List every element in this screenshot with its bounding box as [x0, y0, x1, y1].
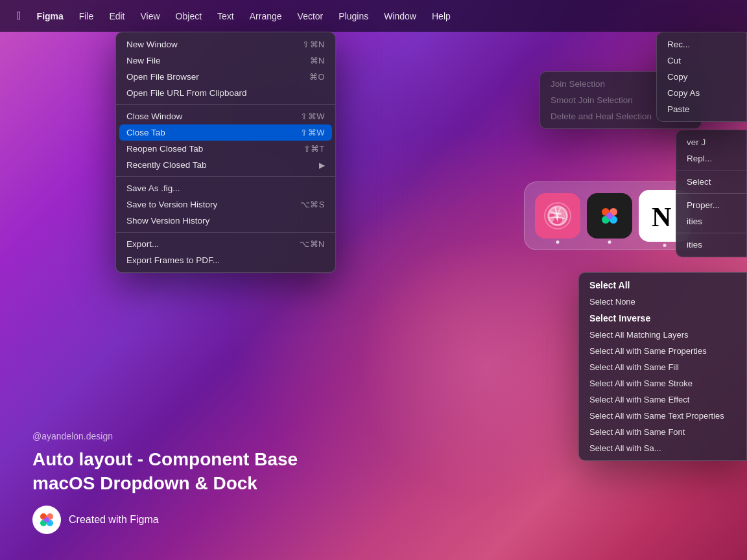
select-none-label: Select None	[589, 297, 635, 307]
select-menu-inverse[interactable]: Select Inverse	[579, 310, 746, 327]
menu-new-window-label: New Window	[126, 40, 178, 49]
select-same-font-label: Select All with Same Font	[589, 427, 685, 437]
menubar-object[interactable]: Object	[169, 8, 208, 24]
menu-show-version[interactable]: Show Version History	[116, 213, 335, 229]
menubar-view[interactable]: View	[134, 8, 167, 24]
select-inverse-label: Select Inverse	[589, 313, 650, 323]
apple-menu[interactable]: 	[10, 6, 28, 25]
dock-notion-dot	[663, 244, 667, 247]
right-properties[interactable]: Proper...	[676, 197, 746, 213]
menu-open-file-browser-label: Open File Browser	[126, 72, 199, 82]
select-same-props-label: Select All with Same Properties	[589, 346, 707, 356]
menu-reopen-closed-tab-label: Reopen Closed Tab	[126, 144, 203, 154]
right-menu-copy-label: Copy	[667, 72, 688, 82]
svg-point-14	[44, 517, 49, 522]
select-same-fill-label: Select All with Same Fill	[589, 362, 679, 372]
menubar:  Figma File Edit View Object Text Arran…	[0, 0, 747, 32]
menubar-plugins[interactable]: Plugins	[332, 8, 375, 24]
dock-dribbble-wrapper	[535, 193, 580, 239]
menu-reopen-closed-tab[interactable]: Reopen Closed Tab ⇧⌘T	[116, 141, 335, 157]
right-ities[interactable]: ities	[676, 213, 746, 229]
right-menu-cut-label: Cut	[667, 56, 681, 65]
watermark: @ayandelon.design Auto layout - Componen…	[32, 431, 298, 534]
select-menu-same-properties[interactable]: Select All with Same Properties	[579, 343, 746, 359]
menu-new-window[interactable]: New Window ⇧⌘N	[116, 36, 335, 52]
menu-separator-2	[116, 176, 335, 177]
svg-text:N: N	[652, 202, 671, 232]
menu-reopen-closed-tab-shortcut: ⇧⌘T	[303, 144, 325, 154]
right-menu-copy[interactable]: Copy	[657, 69, 746, 85]
menu-recently-closed-tab-arrow: ▶	[319, 161, 325, 170]
figma-logo-badge	[32, 506, 61, 534]
right-menu-paste-label: Paste	[667, 104, 690, 114]
menu-open-file-browser-shortcut: ⌘O	[309, 72, 325, 82]
select-menu: Select All Select None Select Inverse Se…	[578, 272, 747, 461]
menu-new-file[interactable]: New File ⌘N	[116, 52, 335, 69]
select-all-label: Select All	[589, 280, 630, 290]
select-menu-same-text-props[interactable]: Select All with Same Text Properties	[579, 408, 746, 424]
watermark-credit-text: Created with Figma	[69, 514, 159, 526]
menu-export-frames-label: Export Frames to PDF...	[126, 255, 220, 265]
menu-close-tab[interactable]: Close Tab ⇧⌘W	[119, 124, 332, 141]
right-menu-copy-as[interactable]: Copy As	[657, 85, 746, 101]
watermark-handle: @ayandelon.design	[32, 431, 298, 441]
select-menu-same-sa[interactable]: Select All with Sa...	[579, 440, 746, 456]
watermark-title: Auto layout - Component BasemacOS Dropdo…	[32, 448, 298, 495]
menu-save-version-shortcut: ⌥⌘S	[300, 200, 325, 209]
right-ver-j[interactable]: ver J	[676, 134, 746, 150]
separator-r2	[676, 193, 746, 194]
right-partial-menu: ver J Repl... Select Proper... ities iti…	[676, 130, 747, 257]
dock-figma-icon[interactable]	[587, 193, 632, 239]
menu-open-file-browser[interactable]: Open File Browser ⌘O	[116, 69, 335, 85]
dock-figma-dot	[608, 240, 611, 244]
menu-close-window-label: Close Window	[126, 111, 182, 121]
menubar-figma[interactable]: Figma	[30, 8, 70, 24]
menubar-help[interactable]: Help	[425, 8, 457, 24]
select-menu-none[interactable]: Select None	[579, 294, 746, 310]
right-menu-cut[interactable]: Cut	[657, 52, 746, 69]
select-menu-same-effect[interactable]: Select All with Same Effect	[579, 391, 746, 408]
vector-delete-heal-label: Delete and Heal Selection	[551, 111, 652, 121]
menu-save-version[interactable]: Save to Version History ⌥⌘S	[116, 196, 335, 213]
right-select[interactable]: Select	[676, 174, 746, 190]
right-menu-rec-label: Rec...	[667, 40, 690, 49]
menu-save-as[interactable]: Save As .fig...	[116, 180, 335, 196]
dock-container: N	[524, 181, 702, 250]
menu-export-label: Export...	[126, 239, 159, 249]
select-same-effect-label: Select All with Same Effect	[589, 395, 689, 404]
menubar-window[interactable]: Window	[377, 8, 423, 24]
menubar-text[interactable]: Text	[211, 8, 241, 24]
menu-export[interactable]: Export... ⌥⌘N	[116, 236, 335, 252]
select-menu-same-fill[interactable]: Select All with Same Fill	[579, 359, 746, 375]
select-menu-same-font[interactable]: Select All with Same Font	[579, 424, 746, 440]
menubar-file[interactable]: File	[73, 8, 101, 24]
right-menu-rec[interactable]: Rec...	[657, 36, 746, 52]
right-repl[interactable]: Repl...	[676, 150, 746, 167]
menubar-arrange[interactable]: Arrange	[243, 8, 289, 24]
dock-dribbble-icon[interactable]	[535, 193, 580, 239]
menu-export-shortcut: ⌥⌘N	[300, 239, 325, 249]
menu-close-tab-shortcut: ⇧⌘W	[300, 128, 325, 137]
right-ities2[interactable]: ities	[676, 237, 746, 253]
select-same-stroke-label: Select All with Same Stroke	[589, 379, 693, 388]
menubar-vector[interactable]: Vector	[291, 8, 330, 24]
select-same-text-props-label: Select All with Same Text Properties	[589, 411, 724, 421]
menu-export-frames[interactable]: Export Frames to PDF...	[116, 252, 335, 268]
menu-new-file-shortcut: ⌘N	[310, 56, 325, 65]
watermark-credit: Created with Figma	[32, 506, 298, 534]
dock-dribbble-dot	[556, 240, 560, 244]
vector-smoot-join-label: Smoot Join Selection	[551, 95, 633, 105]
dock-figma-wrapper	[587, 193, 632, 239]
file-dropdown-menu: New Window ⇧⌘N New File ⌘N Open File Bro…	[115, 32, 336, 273]
menu-close-window[interactable]: Close Window ⇧⌘W	[116, 108, 335, 124]
menubar-edit[interactable]: Edit	[102, 8, 131, 24]
select-menu-matching[interactable]: Select All Matching Layers	[579, 327, 746, 343]
select-menu-all[interactable]: Select All	[579, 277, 746, 294]
separator-r1	[676, 170, 746, 170]
menu-open-file-url[interactable]: Open File URL From Clipboard	[116, 85, 335, 101]
menu-recently-closed-tab[interactable]: Recently Closed Tab ▶	[116, 157, 335, 173]
right-context-menu: Rec... Cut Copy Copy As Paste	[656, 32, 747, 122]
select-same-sa-label: Select All with Sa...	[589, 443, 661, 453]
right-menu-paste[interactable]: Paste	[657, 101, 746, 117]
select-menu-same-stroke[interactable]: Select All with Same Stroke	[579, 375, 746, 391]
